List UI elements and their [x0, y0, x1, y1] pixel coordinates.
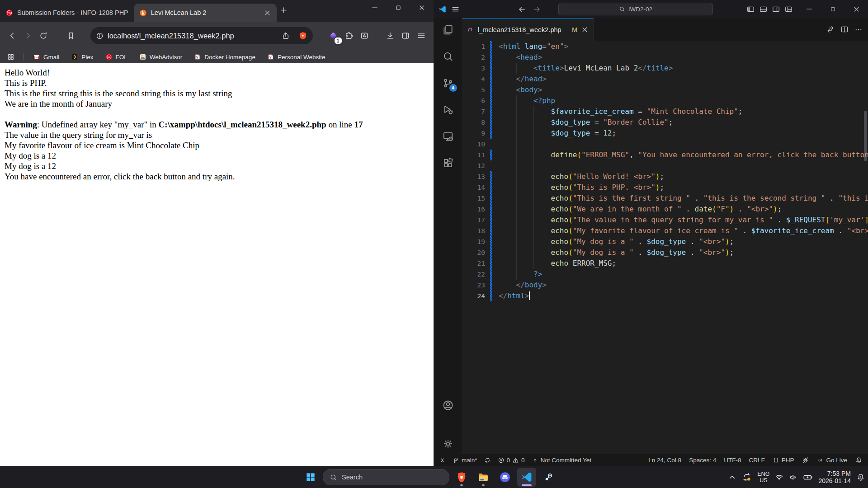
editor-tab-active[interactable]: l_mclean215318_week2.php M: [462, 18, 594, 41]
open-changes-icon[interactable]: [826, 25, 835, 33]
activity-scm-icon[interactable]: 4: [442, 77, 454, 89]
bookmark-item[interactable]: WebAdvisor: [139, 53, 183, 61]
code-line-12[interactable]: 12: [462, 160, 868, 171]
sidebar-button[interactable]: [400, 29, 412, 42]
tray-overflow-icon[interactable]: [728, 473, 736, 482]
activity-ext-icon[interactable]: [442, 157, 454, 169]
brave-shield-icon[interactable]: [298, 31, 307, 40]
browser-tab-active[interactable]: Levi McLean Lab 2: [134, 4, 277, 22]
activity-debug-icon[interactable]: [442, 104, 454, 116]
git-commit-status[interactable]: Not Committed Yet: [532, 457, 592, 464]
eol-status[interactable]: CRLF: [749, 457, 764, 464]
browser-tab-inactive[interactable]: FOL Submission Folders - INFO-1208 PHP: [0, 4, 134, 22]
notification-bell-icon[interactable]: z: [856, 473, 865, 482]
code-line-2[interactable]: 2 <head>: [462, 52, 868, 63]
code-line-4[interactable]: 4 </head>: [462, 74, 868, 84]
code-line-20[interactable]: 20 echo("My dog is a " . $dog_type . "<b…: [462, 247, 868, 258]
debug-listener-status[interactable]: [802, 456, 809, 464]
code-line-24[interactable]: 24</html>: [462, 291, 868, 301]
downloads-button[interactable]: [384, 29, 396, 42]
activity-remote-icon[interactable]: [442, 131, 454, 142]
extensions-button[interactable]: [343, 29, 355, 42]
go-live-button[interactable]: Go Live: [817, 457, 847, 464]
url-text[interactable]: localhost/l_mclean215318_week2.php: [108, 32, 278, 40]
code-line-16[interactable]: 16 echo("We are in the month of " . date…: [462, 204, 868, 215]
update-sync-icon[interactable]: [742, 472, 752, 482]
customize-layout-icon[interactable]: [784, 5, 793, 14]
indentation-status[interactable]: Spaces: 4: [689, 457, 716, 464]
taskbar-app-file-explorer[interactable]: [474, 468, 493, 487]
code-line-7[interactable]: 7 $favorite_ice_cream = "Mint Chocolate …: [462, 106, 868, 117]
taskbar-app-discord[interactable]: [495, 468, 514, 487]
toggle-secondary-sidebar-icon[interactable]: [772, 5, 780, 14]
taskbar-app-brave[interactable]: [452, 468, 471, 487]
remote-indicator[interactable]: [439, 457, 446, 464]
code-line-22[interactable]: 22 ?>: [462, 269, 868, 280]
reading-mode-button[interactable]: [359, 29, 371, 42]
settings-gear-icon[interactable]: [442, 438, 454, 450]
wifi-icon[interactable]: [775, 473, 783, 482]
bookmark-item[interactable]: Docker Homepage: [194, 53, 255, 61]
language-indicator[interactable]: ENGUS: [757, 471, 769, 483]
reload-button[interactable]: [38, 29, 50, 42]
bookmark-button[interactable]: [65, 29, 77, 42]
forward-button[interactable]: [22, 29, 34, 42]
minimize-button[interactable]: [797, 0, 821, 18]
problems-status[interactable]: 0 0: [498, 457, 525, 464]
code-line-19[interactable]: 19 echo("My dog is a " . $dog_type . "<b…: [462, 236, 868, 247]
browser-menu-button[interactable]: [415, 29, 428, 42]
minimize-button[interactable]: [363, 0, 387, 15]
code-line-13[interactable]: 13 echo("Hello World! <br>");: [462, 171, 868, 182]
code-line-10[interactable]: 10: [462, 139, 868, 150]
close-button[interactable]: [410, 0, 434, 15]
toggle-panel-icon[interactable]: [759, 5, 768, 14]
code-line-14[interactable]: 14 echo("This is PHP. <br>");: [462, 182, 868, 193]
address-bar[interactable]: localhost/l_mclean215318_week2.php: [90, 27, 313, 44]
tab-close-icon[interactable]: [581, 26, 589, 33]
clock[interactable]: 7:53 PM 2026-01-14: [818, 470, 851, 484]
leo-ai-button[interactable]: 1: [327, 29, 340, 42]
taskbar-app-steam[interactable]: [539, 468, 558, 487]
code-line-8[interactable]: 8 $dog_type = "Border Collie";: [462, 117, 868, 128]
start-button[interactable]: [301, 468, 320, 487]
battery-icon[interactable]: [803, 472, 813, 482]
nav-back-icon[interactable]: [518, 5, 526, 14]
activity-files-icon[interactable]: [442, 24, 454, 36]
maximize-button[interactable]: [821, 0, 844, 18]
command-search-box[interactable]: IWD2-02: [558, 3, 713, 15]
code-line-3[interactable]: 3 <title>Levi McLean Lab 2</title>: [462, 63, 868, 74]
publish-changes-button[interactable]: [484, 457, 491, 464]
git-branch-status[interactable]: main*: [453, 457, 477, 464]
code-line-23[interactable]: 23 </body>: [462, 280, 868, 291]
activity-search-icon[interactable]: [442, 51, 454, 62]
maximize-button[interactable]: [387, 0, 410, 15]
cursor-position[interactable]: Ln 24, Col 8: [648, 457, 681, 464]
account-icon[interactable]: [442, 399, 454, 411]
toggle-sidebar-icon[interactable]: [746, 5, 755, 14]
bookmark-item[interactable]: Personal Website: [267, 53, 326, 61]
taskbar-app-vscode[interactable]: [517, 468, 536, 487]
notifications-button[interactable]: z: [855, 456, 863, 464]
code-line-18[interactable]: 18 echo("My favorite flavour of ice crea…: [462, 225, 868, 236]
new-tab-button[interactable]: [279, 6, 293, 19]
encoding-status[interactable]: UTF-8: [724, 457, 741, 464]
more-actions-icon[interactable]: [854, 25, 863, 33]
language-mode[interactable]: PHP: [773, 457, 794, 464]
share-icon[interactable]: [282, 32, 290, 40]
code-line-17[interactable]: 17 echo("The value in the query string f…: [462, 215, 868, 225]
volume-muted-icon[interactable]: [789, 473, 797, 482]
bookmark-item[interactable]: FOL FOL: [105, 53, 127, 61]
code-line-1[interactable]: 1<html lang="en">: [462, 41, 868, 52]
code-line-15[interactable]: 15 echo("This is the first string " . "t…: [462, 193, 868, 204]
close-button[interactable]: [844, 0, 868, 18]
code-line-9[interactable]: 9 $dog_type = 12;: [462, 128, 868, 139]
nav-forward-icon[interactable]: [533, 5, 541, 14]
apps-grid-button[interactable]: [7, 53, 14, 61]
site-info-icon[interactable]: [96, 32, 104, 40]
tab-close-icon[interactable]: [264, 9, 271, 17]
vscode-menu-icon[interactable]: [451, 5, 460, 14]
split-editor-icon[interactable]: [840, 25, 849, 33]
code-line-11[interactable]: 11 define("ERROR_MSG", "You have encount…: [462, 150, 868, 160]
taskbar-search[interactable]: Search: [323, 469, 449, 485]
code-line-21[interactable]: 21 echo ERROR_MSG;: [462, 258, 868, 269]
